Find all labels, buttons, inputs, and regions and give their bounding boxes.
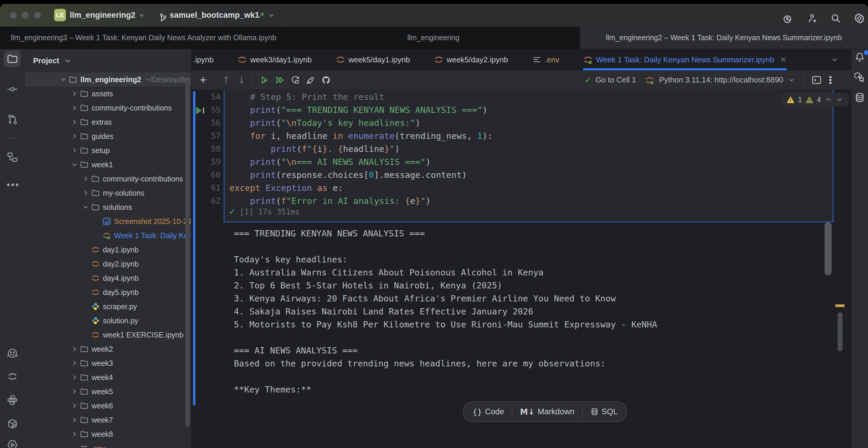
huggingface-tool-icon[interactable] (6, 348, 18, 360)
ai-assistant-icon[interactable] (782, 13, 793, 24)
window-close-button[interactable] (10, 12, 17, 19)
python-console-tool-icon[interactable] (6, 394, 18, 406)
notifications-bell-icon[interactable] (855, 52, 865, 62)
tree-item-week4[interactable]: week4 (25, 370, 191, 384)
window-tab[interactable]: llm_engineering3 – Week 1 Task: Kenyan D… (0, 27, 287, 49)
ai-chat-icon[interactable] (855, 72, 865, 83)
code-line-62[interactable]: print(f"Error in AI analysis: {e}") (229, 194, 833, 207)
tree-item-guides[interactable]: guides (25, 129, 191, 143)
chevron-closed-icon[interactable] (69, 430, 80, 439)
tree-item-week8[interactable]: week8 (25, 427, 191, 441)
notebook-editor[interactable]: 545556575859606162 # Step 5: Print the r… (191, 90, 851, 448)
restart-kernel-button[interactable] (289, 73, 302, 87)
editor-tab-week3-day1-ipynb[interactable]: week3/day1.ipynb (237, 49, 312, 70)
output-scrollbar[interactable] (825, 222, 832, 276)
tree-item-my-solutions[interactable]: my-solutions (25, 186, 191, 200)
add-cell-button[interactable]: + (196, 73, 210, 87)
github-button[interactable] (319, 73, 333, 87)
tree-item-week7[interactable]: week7 (25, 413, 191, 427)
chevron-closed-icon[interactable] (69, 103, 80, 112)
tree-item-scraper-py[interactable]: scraper.py (25, 299, 191, 314)
more-options-icon[interactable]: ••• (826, 76, 835, 84)
search-icon[interactable] (830, 13, 841, 24)
hidden-tabs-chevron-icon[interactable] (831, 56, 839, 64)
tree-item-day4-ipynb[interactable]: day4.ipynb (25, 271, 191, 285)
tree-item-env[interactable]: .env (25, 441, 191, 448)
chevron-closed-icon[interactable] (69, 359, 80, 367)
code-line-55[interactable]: print("=== TRENDING KENYAN NEWS ANALYSIS… (229, 103, 833, 117)
tree-item-community-contributions[interactable]: community-contributions (25, 172, 191, 186)
chevron-closed-icon[interactable] (69, 132, 80, 141)
chevron-open-icon[interactable] (58, 75, 69, 84)
chevron-closed-icon[interactable] (69, 373, 80, 382)
code-line-58[interactable]: print(f"{i}. {headline}") (229, 142, 833, 155)
goto-cell-button[interactable]: Go to Cell 1 (595, 75, 636, 85)
more-tools-icon[interactable]: ••• (6, 179, 20, 191)
jupyter-console-icon[interactable] (811, 75, 822, 86)
tree-item-week2[interactable]: week2 (25, 342, 191, 356)
warning-stripe-mark[interactable] (835, 305, 845, 307)
run-all-cells-button[interactable] (274, 73, 286, 87)
chevron-closed-icon[interactable] (81, 189, 91, 197)
structure-tool-icon[interactable] (6, 151, 18, 163)
chevron-down-icon[interactable] (138, 11, 146, 19)
chevron-open-icon[interactable] (69, 160, 80, 169)
tree-item-day1-ipynb[interactable]: day1.ipynb (25, 243, 191, 257)
add-code-cell-button[interactable]: {} Code (472, 407, 504, 416)
database-tool-icon[interactable] (855, 92, 865, 103)
chevron-down-icon[interactable] (268, 11, 275, 19)
jupyter-tool-icon[interactable] (6, 371, 18, 382)
chevron-closed-icon[interactable] (69, 387, 80, 396)
window-tab[interactable]: llm_engineering (287, 27, 580, 49)
code-line-60[interactable]: print(response.choices[0].message.conten… (229, 168, 833, 182)
editor-tab-week-1-task-daily-kenyan-news-summarizer-ipynb[interactable]: Week 1 Task: Daily Kenyan News Summarize… (583, 49, 787, 70)
warning-count[interactable]: 1 (798, 95, 802, 104)
tree-item-extras[interactable]: extras (25, 115, 191, 129)
window-tab-active[interactable]: llm_engineering2 – Week 1 Task: Daily Ke… (580, 27, 868, 49)
tree-item-screenshot-2025-10-24-at[interactable]: Screenshot 2025-10-24 at (25, 214, 191, 228)
chevron-closed-icon[interactable] (69, 401, 80, 410)
tree-item-week5[interactable]: week5 (25, 384, 191, 398)
editor-tab-ipynb[interactable]: .ipynb (193, 49, 213, 70)
clear-outputs-button[interactable] (304, 73, 317, 87)
tree-item-solution-py[interactable]: solution.py (25, 314, 191, 328)
branch-switcher[interactable]: samuel_bootcamp_wk1 (170, 4, 259, 27)
chevron-closed-icon[interactable] (69, 415, 80, 424)
tree-item-setup[interactable]: setup (25, 143, 191, 158)
tree-item-week1-exercise-ipynb[interactable]: week1 EXERCISE.ipynb (25, 328, 191, 342)
tree-item-assets[interactable]: assets (25, 87, 191, 101)
add-sql-cell-button[interactable]: SQL (590, 407, 618, 416)
move-cell-down-button[interactable]: ↓ (235, 73, 248, 87)
tree-item-day5-ipynb[interactable]: day5.ipynb (25, 285, 191, 299)
run-targets-tool-icon[interactable] (6, 439, 18, 448)
tree-item-day2-ipynb[interactable]: day2.ipynb (25, 257, 191, 271)
chevron-open-icon[interactable] (81, 203, 91, 212)
chevron-closed-icon[interactable] (69, 345, 80, 353)
commit-tool-icon[interactable] (6, 83, 18, 95)
settings-gear-icon[interactable] (854, 13, 865, 24)
editor-tab-week5-day2-ipynb[interactable]: week5/day2.ipynb (434, 49, 508, 70)
code-area[interactable]: # Step 5: Print the result print("=== TR… (224, 90, 833, 207)
project-switcher[interactable]: llm_engineering2 (70, 4, 135, 27)
code-line-61[interactable]: except Exception as e: (229, 182, 833, 194)
tree-item-solutions[interactable]: solutions (25, 200, 191, 214)
chevron-closed-icon[interactable] (69, 89, 80, 98)
run-line-marker-icon[interactable] (196, 107, 202, 115)
chevron-closed-icon[interactable] (81, 174, 91, 183)
code-line-54[interactable]: # Step 5: Print the result (229, 90, 833, 103)
tree-item-week-1-task-daily-kenyar[interactable]: Week 1 Task: Daily Kenyar (25, 228, 191, 243)
code-cell[interactable]: # Step 5: Print the result print("=== TR… (224, 90, 833, 222)
chevron-closed-icon[interactable] (69, 146, 80, 155)
code-line-57[interactable]: for i, headline in enumerate(trending_ne… (229, 129, 833, 142)
move-cell-up-button[interactable]: ↑ (220, 73, 233, 87)
tree-item-llm-engineering2[interactable]: llm_engineering2~/Desktop/llm_en (25, 72, 191, 87)
tree-item-week3[interactable]: week3 (25, 356, 191, 370)
chevron-closed-icon[interactable] (69, 118, 80, 126)
pull-request-tool-icon[interactable] (6, 114, 18, 125)
chevron-down-icon[interactable] (787, 76, 795, 84)
close-tab-icon[interactable]: ✕ (780, 55, 787, 64)
project-tool-button[interactable] (4, 50, 21, 67)
tree-item-week1[interactable]: week1 (25, 158, 191, 172)
kernel-selector[interactable]: Python 3.11.14: http://localhost:8890 (659, 75, 783, 85)
python-packages-tool-icon[interactable] (6, 418, 18, 430)
